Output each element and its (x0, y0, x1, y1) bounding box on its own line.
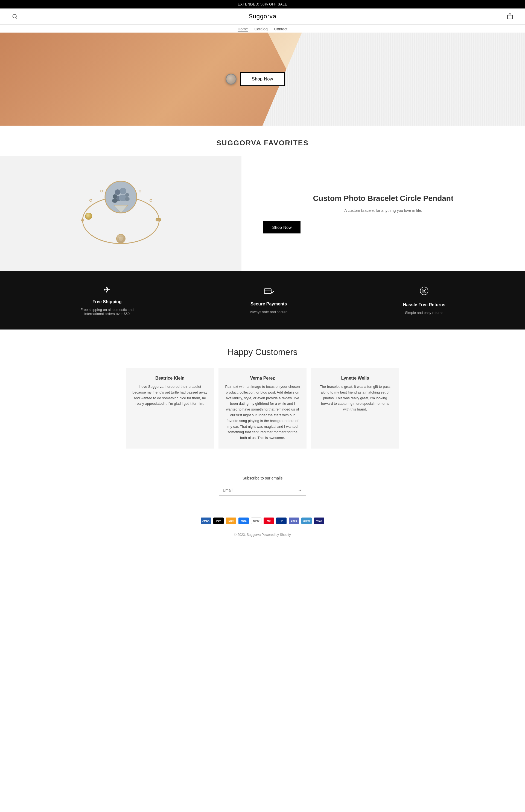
nav-catalog[interactable]: Catalog (254, 27, 267, 31)
product-info: Custom Photo Bracelet Circle Pendant A c… (241, 156, 525, 271)
payment-venmo: Venmo (301, 518, 312, 524)
newsletter-submit-button[interactable]: → (294, 485, 306, 496)
payment-amex: AMEX (201, 518, 211, 524)
search-icon (12, 14, 17, 19)
email-input[interactable] (219, 485, 294, 496)
testimonial-card-2: Lynette Wells The bracelet is great, it … (311, 368, 399, 449)
feature-returns-title: Hassle Free Returns (403, 302, 446, 307)
payment-meta: Meta (238, 518, 249, 524)
feature-shipping-title: Free Shipping (92, 300, 122, 304)
svg-point-17 (112, 199, 118, 203)
payment-discover: Disc (226, 518, 236, 524)
feature-payments-title: Secure Payments (251, 302, 287, 306)
hero-shop-now-button[interactable]: Shop Now (240, 72, 285, 86)
favorites-section: SUGGORVA FAVORITES (0, 126, 525, 271)
svg-point-16 (112, 194, 117, 199)
testimonials-title: Happy Customers (11, 347, 514, 357)
payment-icons: AMEX Pay Disc Meta GPay MC PP Shop Venmo… (0, 512, 525, 530)
search-button[interactable] (11, 13, 19, 20)
hassle-free-returns-icon (419, 286, 429, 296)
testimonial-text-1: Pair text with an image to focus on your… (225, 384, 300, 441)
testimonial-name-1: Verna Perez (225, 376, 300, 381)
nav-home[interactable]: Home (238, 27, 248, 31)
testimonial-card-1: Verna Perez Pair text with an image to f… (219, 368, 307, 449)
announcement-bar: EXTENDED: 50% OFF SALE (0, 0, 525, 9)
feature-returns: Hassle Free Returns Simple and easy retu… (403, 286, 446, 315)
hero-knit-bg (262, 32, 525, 126)
featured-product: Custom Photo Bracelet Circle Pendant A c… (0, 156, 525, 271)
product-description: A custom bracelet for anything you love … (263, 208, 503, 214)
hero-section: Shop Now (0, 32, 525, 126)
testimonial-text-2: The bracelet is great, it was a fun gift… (317, 384, 393, 412)
svg-point-8 (139, 190, 141, 192)
payment-mastercard: MC (264, 518, 274, 524)
feature-payments-desc: Always safe and secure (250, 310, 287, 314)
svg-point-22 (118, 236, 123, 241)
payment-shopify: Shop (289, 518, 299, 524)
svg-point-19 (125, 197, 130, 201)
feature-payments: Secure Payments Always safe and secure (250, 287, 287, 314)
svg-point-6 (150, 199, 152, 201)
feature-shipping: ✈ Free Shipping Free shipping on all dom… (79, 285, 134, 316)
header: Suggorva (0, 9, 525, 25)
features-bar: ✈ Free Shipping Free shipping on all dom… (0, 271, 525, 330)
testimonials-section: Happy Customers Beatrice Klein I love Su… (0, 330, 525, 460)
footer: © 2023, Suggorva Powered by Shopify (0, 530, 525, 543)
svg-rect-23 (264, 288, 271, 293)
svg-point-9 (85, 213, 92, 219)
announcement-text: EXTENDED: 50% OFF SALE (238, 2, 287, 6)
payments-icon (264, 287, 274, 297)
svg-point-27 (423, 290, 425, 291)
testimonial-text-0: I love Suggorva, I ordered their bracele… (132, 384, 208, 407)
header-right (506, 12, 514, 20)
hero-ring (226, 74, 237, 85)
hero-content: Shop Now (240, 72, 285, 86)
newsletter-label: Subscribe to our emails (11, 476, 514, 480)
nav-contact[interactable]: Contact (274, 27, 287, 31)
cart-icon (507, 13, 513, 19)
svg-point-12 (115, 189, 120, 195)
cart-button[interactable] (506, 12, 514, 20)
svg-point-14 (120, 188, 126, 194)
returns-icon (419, 286, 429, 298)
secure-payments-icon (264, 287, 274, 295)
main-nav: Home Catalog Contact (0, 25, 525, 32)
testimonial-name-2: Lynette Wells (317, 376, 393, 381)
payment-paypal: PP (276, 518, 287, 524)
footer-copyright: © 2023, Suggorva Powered by Shopify (234, 533, 291, 537)
svg-rect-1 (508, 15, 512, 19)
feature-shipping-desc: Free shipping on all domestic and intern… (79, 308, 134, 316)
newsletter-form: → (219, 485, 306, 496)
svg-point-7 (101, 190, 103, 192)
shipping-icon: ✈ (103, 285, 111, 295)
payment-gpay: GPay (251, 518, 261, 524)
testimonials-grid: Beatrice Klein I love Suggorva, I ordere… (126, 368, 399, 449)
product-title: Custom Photo Bracelet Circle Pendant (263, 193, 503, 203)
bracelet-svg (74, 178, 167, 249)
svg-point-5 (90, 199, 92, 201)
feature-returns-desc: Simple and easy returns (405, 310, 443, 315)
payment-visa: VISA (314, 518, 324, 524)
svg-point-0 (13, 15, 16, 18)
favorites-title: SUGGORVA FAVORITES (0, 139, 525, 147)
svg-point-18 (125, 193, 129, 197)
product-shop-now-button[interactable]: Shop Now (263, 221, 300, 233)
testimonial-card-0: Beatrice Klein I love Suggorva, I ordere… (126, 368, 214, 449)
header-left (11, 13, 19, 20)
svg-rect-10 (156, 218, 161, 221)
payment-apple-pay: Pay (213, 518, 224, 524)
product-image-container (0, 156, 241, 271)
newsletter-section: Subscribe to our emails → (0, 460, 525, 512)
testimonial-name-0: Beatrice Klein (132, 376, 208, 381)
site-logo[interactable]: Suggorva (249, 13, 276, 20)
